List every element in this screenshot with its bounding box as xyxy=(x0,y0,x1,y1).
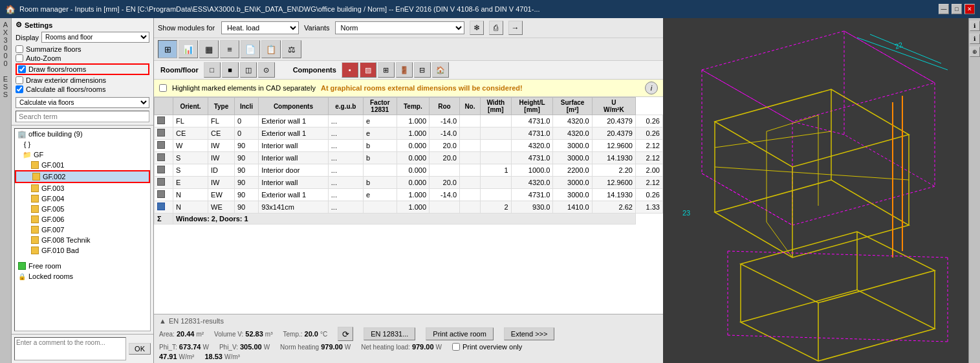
col-components[interactable]: Components xyxy=(259,98,329,115)
comp-btn-1[interactable]: ▪ xyxy=(342,62,358,78)
area-field: Area: 20.44 m² xyxy=(159,330,204,338)
col-width[interactable]: Width[mm] xyxy=(480,98,511,115)
table-row[interactable]: EIW90Interior wall...b0.00020.04320.0300… xyxy=(155,177,663,189)
comp-btn-3[interactable]: ⊞ xyxy=(378,62,395,78)
col-u[interactable]: UW/m²K xyxy=(592,98,635,115)
cad-info-btn-1[interactable]: ℹ xyxy=(970,21,980,31)
snowflake-button[interactable]: ❄ xyxy=(470,21,484,35)
tree-gf006[interactable]: GF.006 xyxy=(15,214,150,225)
room-floor-btn-1[interactable]: □ xyxy=(204,62,221,78)
tree-locked-rooms[interactable]: 🔒 Locked rooms xyxy=(15,271,150,281)
room-icon-gf007 xyxy=(30,225,39,234)
minimize-button[interactable]: — xyxy=(939,4,949,14)
room-icon-gf010 xyxy=(30,246,39,255)
calculate-all-checkbox[interactable] xyxy=(16,85,23,93)
calc-select[interactable]: Calculate via floors Calculate all xyxy=(16,97,149,108)
export-button[interactable]: ⎙ xyxy=(489,21,503,35)
comp-btn-6[interactable]: 🏠 xyxy=(432,62,449,78)
room-floor-btn-3[interactable]: ◫ xyxy=(240,62,257,78)
col-temp[interactable]: Temp. xyxy=(397,98,429,115)
comment-input[interactable] xyxy=(14,337,126,360)
table-view-button[interactable]: 📊 xyxy=(179,40,198,58)
extend-button[interactable]: Extend >>> xyxy=(504,327,555,340)
table-row[interactable]: CECE0Exterior wall 1...e1.000-14.04731.0… xyxy=(155,127,663,140)
cad-panel: 22 23 ℹ ℹ ⊕ xyxy=(663,18,980,363)
info-button[interactable]: i xyxy=(645,82,658,94)
col-factor[interactable]: Factor12831 xyxy=(363,98,397,115)
lock-icon: 🔒 xyxy=(17,272,27,281)
icon-btn-row: ⊞ 📊 ▦ ≡ 📄 📋 ⚖ xyxy=(154,38,663,61)
draw-floors-rooms-checkbox[interactable] xyxy=(18,65,26,73)
tree-gf007[interactable]: GF.007 xyxy=(15,225,150,235)
grid-view-button[interactable]: ⊞ xyxy=(158,40,177,58)
table-row[interactable]: SID90Interior door...0.00011000.02200.02… xyxy=(155,164,663,177)
tree-gf008[interactable]: GF.008 Technik xyxy=(15,235,150,245)
scale-button[interactable]: ⚖ xyxy=(282,40,301,58)
tree-gf002[interactable]: GF.002 xyxy=(15,170,150,183)
col-height[interactable]: Height/L[mm] xyxy=(511,98,553,115)
tree-free-room[interactable]: Free room xyxy=(15,261,150,271)
print-overview-checkbox[interactable] xyxy=(452,343,460,351)
comp-btn-2[interactable]: ▨ xyxy=(360,62,376,78)
table-row[interactable]: NWE9093x141cm...1.0002930.01410.02.621.3… xyxy=(155,201,663,214)
tree-root[interactable]: 🏢 office building (9) xyxy=(15,129,150,139)
col-type[interactable]: Type xyxy=(208,98,235,115)
room-floor-btn-4[interactable]: ⊙ xyxy=(258,62,275,78)
print-active-room-button[interactable]: Print active room xyxy=(426,327,494,340)
tree-gf[interactable]: 📁 GF xyxy=(15,149,150,160)
doc-button[interactable]: 📄 xyxy=(241,40,260,58)
display-select[interactable]: Rooms and floor All rooms Selected xyxy=(41,32,149,43)
doc2-button[interactable]: 📋 xyxy=(261,40,281,58)
arrow-right-button[interactable]: → xyxy=(508,21,523,35)
tree-gf001[interactable]: GF.001 xyxy=(15,160,150,170)
component-icons: ▪ ▨ ⊞ 🚪 ⊟ 🏠 xyxy=(342,62,449,78)
col-egub[interactable]: e.g.u.b xyxy=(328,98,363,115)
free-room-icon xyxy=(17,261,27,270)
phi-t-field: Phi_T: 673.74 W xyxy=(159,343,209,351)
col-orient[interactable]: Orient. xyxy=(173,98,208,115)
comp-btn-5[interactable]: ⊟ xyxy=(414,62,431,78)
bar-chart-button[interactable]: ▦ xyxy=(199,40,219,58)
col-no[interactable]: No. xyxy=(460,98,481,115)
sum-row: Σ Windows: 2, Doors: 1 xyxy=(155,214,663,225)
comp-btn-4[interactable]: 🚪 xyxy=(396,62,413,78)
show-modules-select[interactable]: Heat. load Cooling xyxy=(221,21,299,34)
table-row[interactable]: NEW90Exterior wall 1...e1.000-14.04731.0… xyxy=(155,189,663,201)
room-floor-btn-2[interactable]: ■ xyxy=(222,62,239,78)
draw-exterior-checkbox[interactable] xyxy=(16,76,23,84)
table-row[interactable]: SIW90Interior wall...b0.00020.04731.0300… xyxy=(155,152,663,164)
room-icon-gf003 xyxy=(30,184,39,193)
highlight-checkbox[interactable] xyxy=(159,84,167,92)
tree-gf005[interactable]: GF.005 xyxy=(15,204,150,214)
en-row1: Area: 20.44 m² Volume V: 52.83 m³ Temp.:… xyxy=(159,327,658,341)
tree-gf003[interactable]: GF.003 xyxy=(15,183,150,193)
components-table: Orient. Type Incli Components e.g.u.b Fa… xyxy=(154,97,663,225)
tree-gf004[interactable]: GF.004 xyxy=(15,193,150,204)
brace-icon: { } xyxy=(23,140,32,149)
en12831-button[interactable]: EN 12831... xyxy=(364,327,415,340)
components-table-wrapper: Orient. Type Incli Components e.g.u.b Fa… xyxy=(154,97,663,314)
cad-info-btn-2[interactable]: ℹ xyxy=(970,34,980,44)
col-incli[interactable]: Incli xyxy=(234,98,258,115)
col-icon xyxy=(155,98,173,115)
room-icon-gf006 xyxy=(30,215,39,224)
ok-button[interactable]: OK xyxy=(129,343,151,355)
maximize-button[interactable]: □ xyxy=(952,4,962,14)
en-row2: Phi_T: 673.74 W Phi_V: 305.00 W Norm hea… xyxy=(159,343,658,351)
search-input[interactable] xyxy=(16,111,149,122)
table-row[interactable]: FLFL0Exterior wall 1...e1.000-14.04731.0… xyxy=(155,115,663,127)
col-surface[interactable]: Surface[m²] xyxy=(553,98,592,115)
auto-zoom-checkbox[interactable] xyxy=(16,54,23,62)
lines-button[interactable]: ≡ xyxy=(220,40,239,58)
cad-info-btn-3[interactable]: ⊕ xyxy=(970,47,980,57)
norm-heating-field: Norm heating 979.00 W xyxy=(280,343,351,351)
summarize-floors-checkbox[interactable] xyxy=(16,45,23,53)
tree-brace[interactable]: { } xyxy=(15,139,150,149)
refresh-button[interactable]: ⟳ xyxy=(338,327,353,341)
tree-gf010[interactable]: GF.010 Bad xyxy=(15,245,150,256)
close-button[interactable]: ✕ xyxy=(964,4,975,14)
room-icon-gf004 xyxy=(30,194,39,203)
col-roo[interactable]: Roo xyxy=(430,98,460,115)
variants-select[interactable]: Norm Summer xyxy=(335,21,464,34)
table-row[interactable]: WIW90Interior wall...b0.00020.04320.0300… xyxy=(155,140,663,152)
